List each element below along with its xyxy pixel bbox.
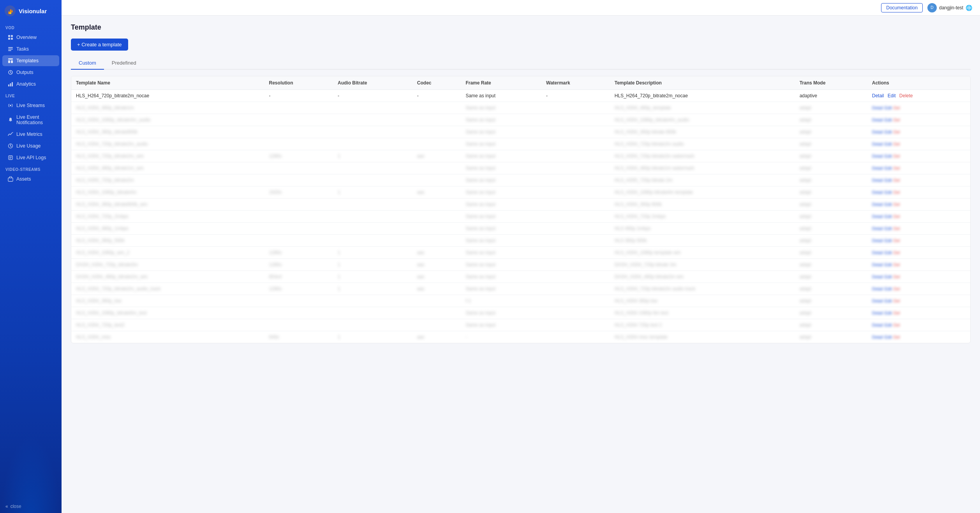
cell-watermark	[541, 235, 610, 247]
tab-custom[interactable]: Custom	[71, 57, 104, 70]
cell-template-name: HLS_H264_720p_2mbps	[71, 211, 264, 223]
cell-trans-mode: adapt	[795, 295, 867, 307]
table-row: HLS_H264_720p_2mbps Same as input HLS_H2…	[71, 211, 970, 223]
table-row: HLS_H264_480p_1mbps Same as input HLS 48…	[71, 223, 970, 235]
cell-audio-bitrate	[333, 307, 412, 319]
table-row: HLS_H264_720p_bitrate2m_audio Same as in…	[71, 138, 970, 150]
cell-actions: DetailEditDel	[867, 162, 970, 174]
cell-audio-bitrate: 1	[333, 259, 412, 271]
sidebar-item-tasks[interactable]: Tasks	[2, 44, 59, 54]
sidebar-item-live-api-logs[interactable]: Live API Logs	[2, 152, 59, 163]
cell-actions: DetailEditDel	[867, 102, 970, 114]
create-template-button[interactable]: + Create a template	[71, 39, 128, 51]
svg-rect-5	[8, 47, 13, 48]
cell-description: HLS_H264_1080p_bitrate4m_audio	[610, 114, 795, 126]
sidebar-item-assets-label: Assets	[16, 176, 31, 182]
cell-watermark	[541, 162, 610, 174]
cell-codec	[412, 174, 461, 186]
cell-frame-rate: Same as input	[461, 150, 541, 162]
cell-resolution	[264, 114, 333, 126]
sidebar-item-live-api-logs-label: Live API Logs	[16, 155, 46, 160]
svg-rect-3	[8, 38, 10, 40]
cell-description: HLS_H264_480p bitrate1m watermark	[610, 162, 795, 174]
sidebar-item-templates[interactable]: Templates	[2, 55, 59, 66]
documentation-button[interactable]: Documentation	[881, 3, 923, 12]
cell-actions: DetailEditDel	[867, 307, 970, 319]
topbar: Documentation D dangjin-test 🌐	[62, 0, 980, 16]
cell-codec	[412, 162, 461, 174]
cell-codec: aac	[412, 247, 461, 259]
cell-description: HLS_H264_720p bitrate2m audio track	[610, 283, 795, 295]
sidebar-item-live-usage[interactable]: Live Usage	[2, 141, 59, 151]
col-trans-mode: Trans Mode	[795, 76, 867, 90]
cell-template-name: HLS_H264_1080p_bitrate4m	[71, 186, 264, 199]
cell-frame-rate: Same as input	[461, 235, 541, 247]
svg-rect-1	[8, 35, 10, 37]
cell-trans-mode: adapt	[795, 223, 867, 235]
svg-rect-13	[10, 83, 11, 86]
logo-area: Visionular	[0, 0, 62, 22]
col-actions: Actions	[867, 76, 970, 90]
col-watermark: Watermark	[541, 76, 610, 90]
svg-point-15	[10, 105, 11, 106]
sidebar-item-overview[interactable]: Overview	[2, 32, 59, 43]
sidebar-item-live-metrics-label: Live Metrics	[16, 132, 42, 137]
cell-description: HLS_H264_360p 800k	[610, 199, 795, 211]
col-codec: Codec	[412, 76, 461, 90]
sidebar-item-analytics-label: Analytics	[16, 81, 36, 87]
table-row: HLS_H264_360p_500k Same as input HLS 360…	[71, 235, 970, 247]
cell-description: HLS_H264_480p_template	[610, 102, 795, 114]
svg-rect-6	[8, 49, 13, 49]
sidebar-item-outputs[interactable]: Outputs	[2, 67, 59, 78]
sidebar-item-live-streams[interactable]: Live Streams	[2, 100, 59, 111]
cell-audio-bitrate	[333, 138, 412, 150]
sidebar-close[interactable]: « close	[0, 500, 62, 513]
tasks-icon	[8, 46, 13, 52]
tab-predefined[interactable]: Predefined	[104, 57, 144, 70]
svg-rect-10	[11, 60, 13, 63]
cell-codec: aac	[412, 271, 461, 283]
cell-watermark	[541, 271, 610, 283]
cell-watermark	[541, 138, 610, 150]
cell-trans-mode: adapt	[795, 319, 867, 331]
sidebar-item-outputs-label: Outputs	[16, 70, 33, 75]
sidebar-item-analytics[interactable]: Analytics	[2, 79, 59, 90]
cell-codec	[412, 114, 461, 126]
sidebar-item-templates-label: Templates	[16, 58, 39, 63]
cell-watermark	[541, 150, 610, 162]
sidebar-item-live-metrics[interactable]: Live Metrics	[2, 129, 59, 140]
cell-actions: DetailEditDel	[867, 283, 970, 295]
cell-actions: DetailEditDel	[867, 295, 970, 307]
page-content: Template + Create a template Custom Pred…	[62, 16, 980, 513]
cell-template-name: DASH_H264_720p_bitrate3m	[71, 259, 264, 271]
cell-trans-mode: adapt	[795, 307, 867, 319]
cell-description: HLS_H264 360p low	[610, 295, 795, 307]
cell-watermark	[541, 223, 610, 235]
cell-trans-mode: adapt	[795, 174, 867, 186]
cell-actions: DetailEditDel	[867, 186, 970, 199]
cell-audio-bitrate: 1	[333, 150, 412, 162]
cell-trans-mode: adapt	[795, 235, 867, 247]
cell-resolution	[264, 295, 333, 307]
cell-description: HLS_H264 1080p 6m test	[610, 307, 795, 319]
cell-audio-bitrate	[333, 114, 412, 126]
sidebar-item-tasks-label: Tasks	[16, 46, 29, 52]
cell-resolution: 1920x	[264, 186, 333, 199]
table-row: DASH_H264_480p_bitrate2m_wm 854x4 1 aac …	[71, 271, 970, 283]
globe-icon[interactable]: 🌐	[966, 5, 972, 11]
cell-audio-bitrate: 1	[333, 331, 412, 343]
cell-actions: DetailEditDel	[867, 247, 970, 259]
sidebar-item-overview-label: Overview	[16, 35, 37, 40]
cell-watermark	[541, 331, 610, 343]
outputs-icon	[8, 70, 13, 75]
cell-actions: DetailEditDel	[867, 211, 970, 223]
action-delete-link[interactable]: Delete	[899, 93, 913, 98]
cell-frame-rate: Same as input	[461, 162, 541, 174]
cell-description: HLS_H264_720p 2mbps	[610, 211, 795, 223]
action-detail-link[interactable]: Detail	[872, 93, 884, 98]
cell-audio-bitrate	[333, 199, 412, 211]
sidebar-item-assets[interactable]: Assets	[2, 174, 59, 184]
action-edit-link[interactable]: Edit	[888, 93, 896, 98]
sidebar-item-live-event-notifications[interactable]: Live Event Notifications	[2, 112, 59, 128]
cell-trans-mode: adaptive	[795, 90, 867, 102]
